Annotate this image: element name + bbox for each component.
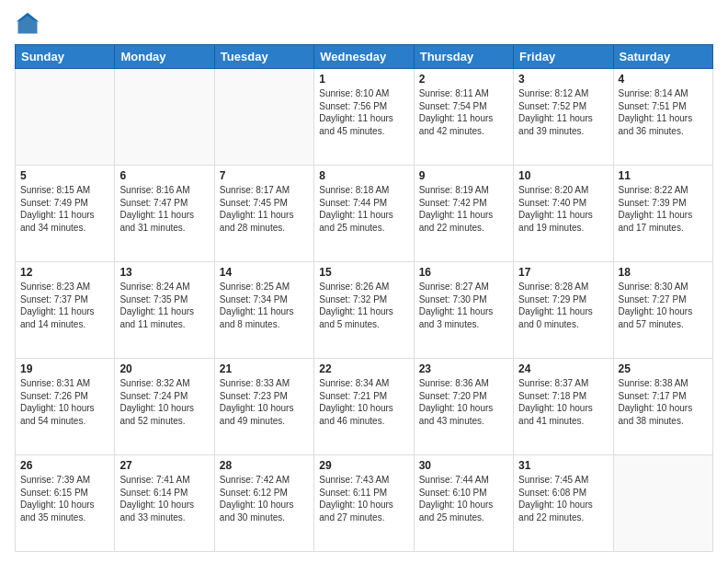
day-number: 8	[319, 169, 408, 182]
day-number: 1	[319, 73, 408, 86]
logo	[15, 11, 44, 37]
weekday-header-monday: Monday	[115, 45, 214, 69]
cell-info: Sunrise: 8:19 AM Sunset: 7:42 PM Dayligh…	[419, 184, 508, 234]
day-number: 11	[619, 169, 708, 182]
cell-info: Sunrise: 8:30 AM Sunset: 7:27 PM Dayligh…	[619, 281, 708, 330]
calendar-cell: 20Sunrise: 8:32 AM Sunset: 7:24 PM Dayli…	[115, 359, 214, 455]
calendar-cell: 4Sunrise: 8:14 AM Sunset: 7:51 PM Daylig…	[613, 69, 712, 166]
calendar-cell: 28Sunrise: 7:42 AM Sunset: 6:12 PM Dayli…	[214, 455, 313, 552]
cell-info: Sunrise: 8:17 AM Sunset: 7:45 PM Dayligh…	[220, 184, 309, 234]
day-number: 5	[20, 169, 109, 182]
weekday-header-saturday: Saturday	[613, 45, 712, 69]
day-number: 19	[20, 362, 109, 375]
cell-info: Sunrise: 7:42 AM Sunset: 6:12 PM Dayligh…	[220, 474, 309, 523]
day-number: 13	[119, 266, 209, 279]
cell-info: Sunrise: 8:25 AM Sunset: 7:34 PM Dayligh…	[220, 281, 309, 330]
calendar-cell: 13Sunrise: 8:24 AM Sunset: 7:35 PM Dayli…	[115, 262, 214, 359]
day-number: 29	[319, 459, 408, 472]
cell-info: Sunrise: 8:12 AM Sunset: 7:52 PM Dayligh…	[518, 87, 608, 137]
day-number: 9	[419, 169, 508, 182]
calendar-cell: 19Sunrise: 8:31 AM Sunset: 7:26 PM Dayli…	[16, 359, 115, 455]
day-number: 20	[119, 362, 209, 375]
calendar-cell: 7Sunrise: 8:17 AM Sunset: 7:45 PM Daylig…	[214, 166, 313, 262]
calendar-cell: 12Sunrise: 8:23 AM Sunset: 7:37 PM Dayli…	[16, 262, 115, 359]
cell-info: Sunrise: 8:11 AM Sunset: 7:54 PM Dayligh…	[419, 87, 508, 137]
day-number: 23	[419, 362, 508, 375]
calendar-cell: 5Sunrise: 8:15 AM Sunset: 7:49 PM Daylig…	[16, 166, 115, 262]
calendar-cell: 2Sunrise: 8:11 AM Sunset: 7:54 PM Daylig…	[414, 69, 513, 166]
cell-info: Sunrise: 8:31 AM Sunset: 7:26 PM Dayligh…	[20, 377, 109, 427]
week-row-4: 26Sunrise: 7:39 AM Sunset: 6:15 PM Dayli…	[16, 455, 713, 552]
cell-info: Sunrise: 7:39 AM Sunset: 6:15 PM Dayligh…	[20, 474, 109, 523]
cell-info: Sunrise: 7:45 AM Sunset: 6:08 PM Dayligh…	[518, 474, 608, 523]
calendar-cell: 23Sunrise: 8:36 AM Sunset: 7:20 PM Dayli…	[414, 359, 513, 455]
day-number: 30	[419, 459, 508, 472]
cell-info: Sunrise: 8:33 AM Sunset: 7:23 PM Dayligh…	[220, 377, 309, 427]
cell-info: Sunrise: 8:27 AM Sunset: 7:30 PM Dayligh…	[419, 281, 508, 330]
day-number: 28	[220, 459, 309, 472]
cell-info: Sunrise: 8:26 AM Sunset: 7:32 PM Dayligh…	[319, 281, 408, 330]
calendar-cell: 18Sunrise: 8:30 AM Sunset: 7:27 PM Dayli…	[613, 262, 712, 359]
weekday-header-tuesday: Tuesday	[214, 45, 313, 69]
day-number: 24	[518, 362, 608, 375]
cell-info: Sunrise: 7:44 AM Sunset: 6:10 PM Dayligh…	[419, 474, 508, 523]
calendar-cell: 11Sunrise: 8:22 AM Sunset: 7:39 PM Dayli…	[613, 166, 712, 262]
calendar-cell: 10Sunrise: 8:20 AM Sunset: 7:40 PM Dayli…	[514, 166, 613, 262]
day-number: 14	[220, 266, 309, 279]
calendar-cell: 22Sunrise: 8:34 AM Sunset: 7:21 PM Dayli…	[314, 359, 414, 455]
calendar-cell: 17Sunrise: 8:28 AM Sunset: 7:29 PM Dayli…	[514, 262, 613, 359]
calendar-cell: 31Sunrise: 7:45 AM Sunset: 6:08 PM Dayli…	[514, 455, 613, 552]
day-number: 22	[319, 362, 408, 375]
day-number: 10	[518, 169, 608, 182]
cell-info: Sunrise: 8:22 AM Sunset: 7:39 PM Dayligh…	[619, 184, 708, 234]
cell-info: Sunrise: 8:18 AM Sunset: 7:44 PM Dayligh…	[319, 184, 408, 234]
cell-info: Sunrise: 8:10 AM Sunset: 7:56 PM Dayligh…	[319, 87, 408, 137]
header	[15, 11, 713, 37]
day-number: 2	[419, 73, 508, 86]
calendar-cell: 8Sunrise: 8:18 AM Sunset: 7:44 PM Daylig…	[314, 166, 414, 262]
calendar-cell: 25Sunrise: 8:38 AM Sunset: 7:17 PM Dayli…	[613, 359, 712, 455]
calendar-cell: 14Sunrise: 8:25 AM Sunset: 7:34 PM Dayli…	[214, 262, 313, 359]
cell-info: Sunrise: 8:32 AM Sunset: 7:24 PM Dayligh…	[119, 377, 209, 427]
cell-info: Sunrise: 7:43 AM Sunset: 6:11 PM Dayligh…	[319, 474, 408, 523]
cell-info: Sunrise: 8:28 AM Sunset: 7:29 PM Dayligh…	[518, 281, 608, 330]
cell-info: Sunrise: 8:34 AM Sunset: 7:21 PM Dayligh…	[319, 377, 408, 427]
day-number: 21	[220, 362, 309, 375]
weekday-header-thursday: Thursday	[414, 45, 513, 69]
day-number: 16	[419, 266, 508, 279]
day-number: 17	[518, 266, 608, 279]
calendar-cell: 29Sunrise: 7:43 AM Sunset: 6:11 PM Dayli…	[314, 455, 414, 552]
calendar-cell: 3Sunrise: 8:12 AM Sunset: 7:52 PM Daylig…	[514, 69, 613, 166]
cell-info: Sunrise: 8:16 AM Sunset: 7:47 PM Dayligh…	[119, 184, 209, 234]
calendar-cell: 15Sunrise: 8:26 AM Sunset: 7:32 PM Dayli…	[314, 262, 414, 359]
calendar-table: SundayMondayTuesdayWednesdayThursdayFrid…	[15, 44, 713, 552]
calendar-cell	[214, 69, 313, 166]
cell-info: Sunrise: 8:15 AM Sunset: 7:49 PM Dayligh…	[20, 184, 109, 234]
calendar-cell: 16Sunrise: 8:27 AM Sunset: 7:30 PM Dayli…	[414, 262, 513, 359]
cell-info: Sunrise: 8:20 AM Sunset: 7:40 PM Dayligh…	[518, 184, 608, 234]
day-number: 25	[619, 362, 708, 375]
weekday-header-sunday: Sunday	[16, 45, 115, 69]
cell-info: Sunrise: 8:24 AM Sunset: 7:35 PM Dayligh…	[119, 281, 209, 330]
calendar-cell	[613, 455, 712, 552]
cell-info: Sunrise: 8:36 AM Sunset: 7:20 PM Dayligh…	[419, 377, 508, 427]
calendar-cell: 21Sunrise: 8:33 AM Sunset: 7:23 PM Dayli…	[214, 359, 313, 455]
cell-info: Sunrise: 8:37 AM Sunset: 7:18 PM Dayligh…	[518, 377, 608, 427]
day-number: 4	[619, 73, 708, 86]
calendar-cell	[16, 69, 115, 166]
weekday-header-wednesday: Wednesday	[314, 45, 414, 69]
svg-marker-0	[18, 15, 38, 34]
week-row-3: 19Sunrise: 8:31 AM Sunset: 7:26 PM Dayli…	[16, 359, 713, 455]
weekday-header-row: SundayMondayTuesdayWednesdayThursdayFrid…	[16, 45, 713, 69]
calendar-cell: 9Sunrise: 8:19 AM Sunset: 7:42 PM Daylig…	[414, 166, 513, 262]
day-number: 18	[619, 266, 708, 279]
cell-info: Sunrise: 7:41 AM Sunset: 6:14 PM Dayligh…	[119, 474, 209, 523]
calendar-cell: 26Sunrise: 7:39 AM Sunset: 6:15 PM Dayli…	[16, 455, 115, 552]
day-number: 12	[20, 266, 109, 279]
week-row-1: 5Sunrise: 8:15 AM Sunset: 7:49 PM Daylig…	[16, 166, 713, 262]
calendar-cell: 1Sunrise: 8:10 AM Sunset: 7:56 PM Daylig…	[314, 69, 414, 166]
day-number: 27	[119, 459, 209, 472]
day-number: 31	[518, 459, 608, 472]
day-number: 6	[119, 169, 209, 182]
week-row-2: 12Sunrise: 8:23 AM Sunset: 7:37 PM Dayli…	[16, 262, 713, 359]
